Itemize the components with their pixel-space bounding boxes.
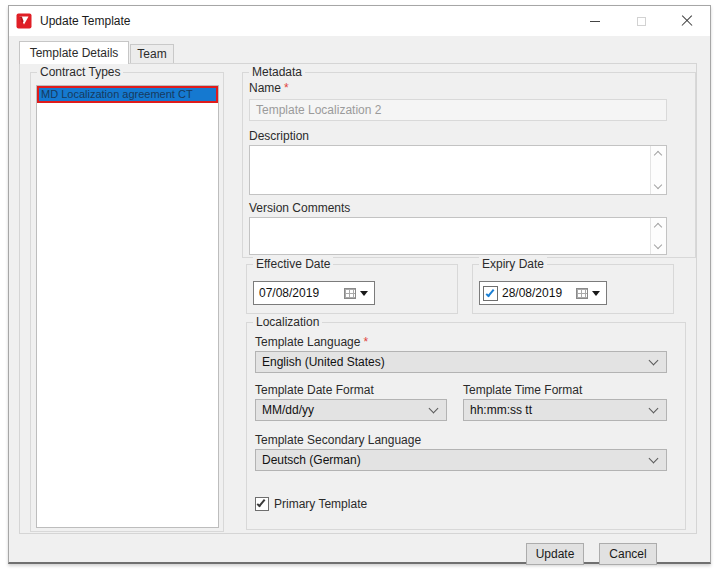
description-scrollbar[interactable] bbox=[650, 146, 666, 194]
expiry-date-label: Expiry Date bbox=[479, 257, 547, 271]
contract-types-list[interactable]: MD Localization agreement CT bbox=[36, 85, 219, 528]
expiry-date-value: 28/08/2019 bbox=[501, 286, 576, 300]
template-secondary-language-select[interactable]: Deutsch (German) bbox=[255, 449, 667, 471]
localization-label: Localization bbox=[253, 315, 322, 329]
checkbox-box[interactable] bbox=[255, 497, 269, 511]
version-comments-textarea[interactable] bbox=[249, 217, 667, 255]
language-required-mark: * bbox=[363, 335, 368, 349]
template-time-format-value: hh:mm:ss tt bbox=[464, 403, 650, 417]
scroll-up-icon[interactable] bbox=[654, 223, 662, 231]
chevron-down-icon bbox=[649, 356, 659, 366]
update-template-dialog: Update Template Template Details Team Co… bbox=[8, 5, 711, 564]
version-comments-scrollbar[interactable] bbox=[650, 218, 666, 254]
primary-template-label: Primary Template bbox=[274, 497, 367, 511]
maximize-button bbox=[618, 6, 664, 36]
template-language-label-text: Template Language bbox=[255, 335, 360, 349]
scroll-down-icon[interactable] bbox=[654, 181, 662, 189]
screen: Update Template Template Details Team Co… bbox=[0, 0, 720, 573]
minimize-button[interactable] bbox=[572, 6, 618, 36]
contract-types-group: Contract Types MD Localization agreement… bbox=[30, 72, 224, 532]
template-language-label: Template Language* bbox=[255, 335, 368, 349]
update-button[interactable]: Update bbox=[526, 543, 584, 565]
window-controls bbox=[572, 6, 710, 36]
primary-template-checkbox[interactable]: Primary Template bbox=[255, 497, 367, 511]
template-secondary-language-value: Deutsch (German) bbox=[256, 453, 650, 467]
template-date-format-value: MM/dd/yy bbox=[256, 403, 430, 417]
check-icon bbox=[486, 287, 495, 296]
tab-template-details[interactable]: Template Details bbox=[19, 41, 129, 64]
scroll-up-icon[interactable] bbox=[654, 151, 662, 159]
template-details-panel: Contract Types MD Localization agreement… bbox=[19, 63, 697, 534]
dropdown-arrow-icon[interactable] bbox=[592, 291, 600, 296]
calendar-icon bbox=[344, 288, 356, 299]
scroll-down-icon[interactable] bbox=[654, 241, 662, 249]
template-language-select[interactable]: English (United States) bbox=[255, 351, 667, 373]
name-label-text: Name bbox=[249, 81, 281, 95]
chevron-down-icon bbox=[429, 404, 439, 414]
template-time-format-select[interactable]: hh:mm:ss tt bbox=[463, 399, 667, 421]
app-logo-icon bbox=[16, 13, 32, 29]
description-label: Description bbox=[249, 129, 309, 143]
template-secondary-language-label: Template Secondary Language bbox=[255, 433, 421, 447]
expiry-date-picker[interactable]: 28/08/2019 bbox=[479, 281, 607, 305]
window-title: Update Template bbox=[40, 14, 131, 28]
localization-group: Localization Template Language* English … bbox=[246, 322, 686, 530]
cancel-button[interactable]: Cancel bbox=[599, 543, 657, 565]
maximize-icon bbox=[637, 17, 646, 26]
list-item-selected[interactable]: MD Localization agreement CT bbox=[37, 86, 218, 103]
effective-date-group: Effective Date 07/08/2019 bbox=[246, 264, 458, 314]
effective-date-label: Effective Date bbox=[253, 257, 333, 271]
metadata-label: Metadata bbox=[249, 65, 305, 79]
title-bar[interactable]: Update Template bbox=[9, 6, 710, 36]
description-textarea[interactable] bbox=[249, 145, 667, 195]
tab-team[interactable]: Team bbox=[130, 44, 174, 63]
dropdown-arrow-icon[interactable] bbox=[360, 291, 368, 296]
close-icon bbox=[681, 15, 693, 27]
name-required-mark: * bbox=[284, 81, 289, 95]
check-icon bbox=[257, 498, 266, 507]
close-button[interactable] bbox=[664, 6, 710, 36]
name-input: Template Localization 2 bbox=[249, 99, 667, 121]
template-time-format-label: Template Time Format bbox=[463, 383, 582, 397]
version-comments-label: Version Comments bbox=[249, 201, 350, 215]
expiry-date-group: Expiry Date 28/08/2019 bbox=[472, 264, 674, 314]
minimize-icon bbox=[590, 21, 600, 22]
effective-date-value: 07/08/2019 bbox=[254, 286, 344, 300]
name-label: Name* bbox=[249, 81, 289, 95]
contract-types-label: Contract Types bbox=[37, 65, 123, 79]
calendar-icon bbox=[576, 288, 588, 299]
template-date-format-select[interactable]: MM/dd/yy bbox=[255, 399, 447, 421]
metadata-group: Metadata Name* Template Localization 2 D… bbox=[242, 72, 696, 258]
expiry-date-checkbox[interactable] bbox=[483, 286, 498, 301]
template-language-value: English (United States) bbox=[256, 355, 650, 369]
effective-date-picker[interactable]: 07/08/2019 bbox=[253, 281, 375, 305]
chevron-down-icon bbox=[649, 454, 659, 464]
chevron-down-icon bbox=[649, 404, 659, 414]
template-date-format-label: Template Date Format bbox=[255, 383, 374, 397]
